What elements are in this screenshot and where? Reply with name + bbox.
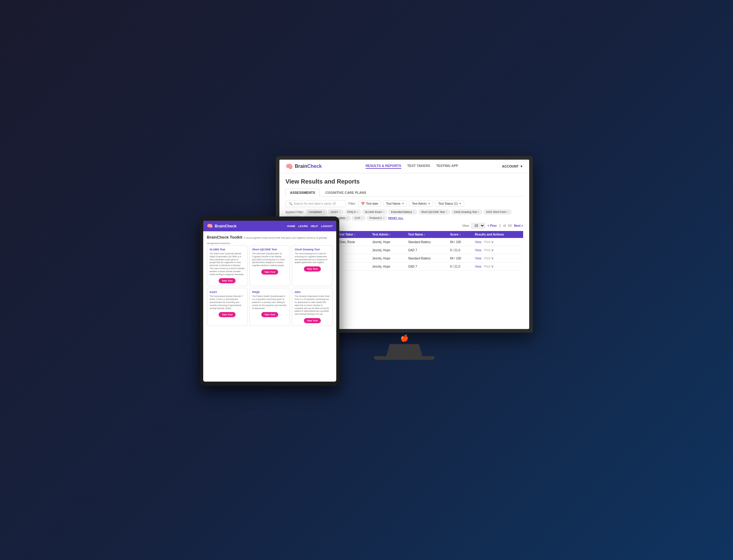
cell-score: 6 / 21.0 — [447, 262, 472, 271]
nav-test-takers[interactable]: TEST TAKERS — [407, 164, 430, 169]
remove-filter-slums[interactable]: × — [383, 210, 384, 213]
take-test-button[interactable]: Take Test — [304, 318, 321, 323]
print-link[interactable]: Print — [484, 257, 490, 260]
tab-assessments[interactable]: ASSESSMENTS — [285, 189, 320, 197]
take-test-button[interactable]: Take Test — [219, 278, 236, 283]
brand: 🧠 BrainCheck — [285, 163, 322, 170]
cell-admin: Jeonily, Hope — [369, 254, 405, 262]
test-card-title: Clock Drawing Test — [295, 248, 330, 251]
filter-test-date[interactable]: 📅 Test date — [358, 200, 381, 207]
print-link[interactable]: Print — [484, 265, 490, 268]
cell-taker — [335, 262, 369, 271]
remove-filter-incomplete[interactable]: × — [346, 217, 348, 220]
chevron-down-icon: ▼ — [459, 202, 461, 205]
search-box[interactable]: 🔍 Search for test taker's name, ID — [285, 200, 346, 207]
take-test-button[interactable]: Take Test — [304, 266, 321, 272]
filter-tag-extended-battery[interactable]: Extended Battery × — [388, 210, 417, 214]
tablet-brand-name: BrainCheck — [215, 224, 236, 228]
brand-name: BrainCheck — [295, 164, 322, 169]
remove-filter-ccp[interactable]: × — [361, 217, 363, 220]
reset-all-button[interactable]: RESET ALL — [388, 217, 403, 220]
tab-cognitive-care-plans[interactable]: COGNITIVE CARE PLANS — [321, 189, 371, 196]
cell-taker — [335, 254, 369, 262]
filter-tag-clock-drawing[interactable]: Clock Drawing Test × — [451, 210, 482, 214]
view-label: View — [462, 224, 469, 227]
tablet-nav-learn[interactable]: LEARN — [298, 225, 308, 228]
cell-actions: View Print ∨ — [472, 262, 523, 271]
test-card-desc: The Geriatric Depression Scale Short For… — [295, 295, 330, 316]
cell-test-name: Standard Battery — [405, 254, 447, 262]
expand-button[interactable]: ∨ — [491, 264, 494, 269]
cell-admin: Jeonily, Hope — [369, 246, 405, 254]
remove-filter-protocol-a[interactable]: × — [383, 217, 384, 220]
search-icon: 🔍 — [289, 202, 292, 205]
filter-status-label: Test Status (1) — [438, 202, 458, 205]
col-test-taker[interactable]: Test Taker ↕ — [335, 231, 369, 238]
filter-tag-short-iqcode[interactable]: Short iQCODE Test × — [419, 210, 450, 214]
view-link[interactable]: View — [475, 240, 482, 244]
filter-date-label: Test date — [366, 202, 378, 205]
view-link[interactable]: View — [475, 249, 482, 252]
test-card-desc: The Saint Louis University Mental Status… — [210, 252, 245, 276]
remove-filter-short-iqcode[interactable]: × — [445, 210, 447, 213]
cell-test-name: GAD 7 — [405, 262, 447, 271]
filter-test-name[interactable]: Test Name ▼ — [383, 200, 407, 207]
test-card-desc: The Generalized Anxiety Disorder 7 (GAD-… — [210, 295, 245, 310]
col-test-admin[interactable]: Test Admin ↕ — [369, 231, 405, 238]
tablet-nav-logout[interactable]: LOGOUT — [321, 225, 333, 228]
test-grid: SLUMS Test The Saint Louis University Me… — [207, 245, 333, 326]
expand-button[interactable]: ∨ — [491, 256, 494, 260]
tablet-brand: 🧠 BrainCheck — [207, 223, 236, 229]
view-link[interactable]: View — [475, 257, 482, 260]
filter-tag-protocol-a[interactable]: Protocol A × — [367, 216, 387, 220]
tablet-nav-home[interactable]: HOME — [287, 225, 295, 228]
chevron-down-icon: ▼ — [428, 202, 430, 205]
take-test-button[interactable]: Take Test — [219, 312, 236, 317]
test-card-title: SLUMS Test — [210, 248, 245, 251]
filter-test-admin[interactable]: Test Admin ▼ — [409, 200, 433, 207]
remove-filter-clock-drawing[interactable]: × — [478, 210, 480, 213]
toolkit-header: BrainCheck Toolkit A neurocognitive Swis… — [207, 234, 333, 245]
expand-button[interactable]: ∨ — [491, 240, 494, 244]
cell-actions: View Print ∨ — [472, 246, 523, 254]
cell-test-name: Standard Battery — [405, 238, 447, 246]
take-test-button[interactable]: Take Test — [261, 269, 278, 275]
test-card-title: GDS — [295, 291, 330, 294]
tablet-navbar: 🧠 BrainCheck HOME LEARN HELP LOGOUT — [203, 221, 336, 231]
view-count-select[interactable]: 10 — [471, 223, 485, 229]
cell-score: 6 / 21.0 — [447, 246, 472, 254]
chevron-down-icon: ▼ — [402, 202, 404, 205]
nav-testing-app[interactable]: TESTING APP — [436, 164, 458, 169]
filter-test-status[interactable]: Test Status (1) ▼ — [435, 200, 464, 207]
print-link[interactable]: Print — [484, 249, 490, 252]
filter-tag-completed[interactable]: Completed × — [306, 210, 327, 214]
nav-account[interactable]: ACCOUNT ▼ — [502, 164, 523, 168]
filter-tag-gad7[interactable]: GAD7 × — [328, 210, 344, 214]
take-test-button[interactable]: Take Test — [261, 312, 278, 317]
remove-filter-extended-battery[interactable]: × — [413, 210, 414, 213]
view-link[interactable]: View — [475, 265, 482, 268]
filter-tag-gds[interactable]: GDS Short Form × — [484, 210, 512, 214]
monitor-base — [374, 356, 435, 360]
monitor-stand — [386, 344, 422, 356]
tablet-nav-help[interactable]: HELP — [311, 225, 318, 228]
filter-tag-phq9[interactable]: PHQ-9 × — [345, 210, 361, 214]
next-page-button[interactable]: Next > — [514, 224, 523, 227]
remove-filter-gds[interactable]: × — [507, 210, 509, 213]
filter-tag-slums[interactable]: SLUMS Exam × — [362, 210, 387, 214]
nav-results-reports[interactable]: RESULTS & REPORTS — [366, 164, 401, 169]
toolkit-title: BrainCheck Toolkit — [207, 235, 243, 239]
page-current: 1 — [499, 224, 501, 227]
remove-filter-completed[interactable]: × — [323, 210, 324, 213]
applied-filter-label: Applied Filter: — [285, 210, 304, 214]
expand-button[interactable]: ∨ — [491, 248, 494, 252]
test-card-desc: The clock-drawing test is used for scree… — [295, 252, 330, 264]
remove-filter-gad7[interactable]: × — [339, 210, 340, 213]
pagination-info: View 10 < Prev 1 of 63 Next > — [462, 223, 523, 229]
col-test-name[interactable]: Test Name ↕ — [405, 231, 447, 238]
print-link[interactable]: Print — [484, 240, 490, 244]
filter-tag-ccp[interactable]: CCP × — [352, 216, 365, 220]
prev-page-button[interactable]: < Prev — [487, 224, 497, 227]
col-score[interactable]: Score ↕ — [447, 231, 472, 238]
remove-filter-phq9[interactable]: × — [357, 210, 358, 213]
